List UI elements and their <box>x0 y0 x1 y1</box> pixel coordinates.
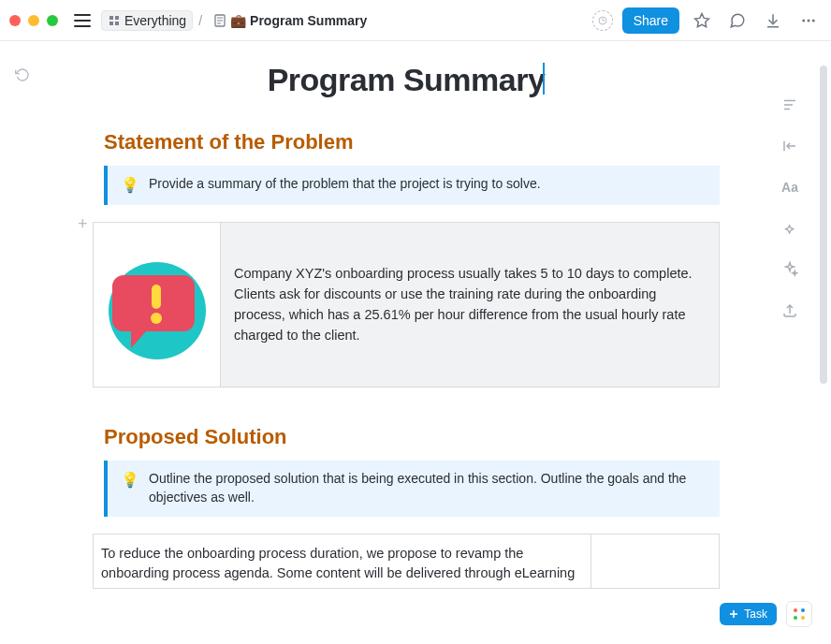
text-cursor <box>543 63 545 95</box>
breadcrumb-page[interactable]: 💼 Program Summary <box>208 11 372 30</box>
close-window-icon[interactable] <box>9 15 21 26</box>
top-bar: Everything / 💼 Program Summary Share <box>0 0 831 41</box>
svg-marker-11 <box>695 13 709 26</box>
page-icon <box>213 14 226 27</box>
svg-rect-2 <box>109 22 113 25</box>
svg-point-30 <box>794 616 797 620</box>
solution-body-text: To reduce the onboarding process duratio… <box>101 546 575 581</box>
solution-table[interactable]: To reduce the onboarding process duratio… <box>93 534 720 590</box>
document-scroll[interactable]: Program Summary Statement of the Problem… <box>0 41 812 644</box>
lightbulb-icon: 💡 <box>121 470 139 506</box>
svg-rect-0 <box>109 16 113 20</box>
section-heading-solution[interactable]: Proposed Solution <box>104 425 720 449</box>
document: Program Summary Statement of the Problem… <box>93 41 720 644</box>
menu-toggle-button[interactable] <box>71 9 94 32</box>
solution-callout-text: Outline the proposed solution that is be… <box>149 470 707 506</box>
problem-body-cell[interactable]: Company XYZ's onboarding process usually… <box>221 223 719 387</box>
share-button-label: Share <box>634 13 668 28</box>
minimize-window-icon[interactable] <box>28 15 39 26</box>
svg-rect-3 <box>115 22 119 25</box>
comments-button[interactable] <box>724 7 751 34</box>
apps-grid-icon <box>793 607 806 621</box>
breadcrumb-page-emoji: 💼 <box>230 13 246 28</box>
svg-point-14 <box>802 19 805 22</box>
grid-icon <box>108 14 121 27</box>
page-title-text: Program Summary <box>268 62 546 97</box>
download-button[interactable] <box>760 7 786 34</box>
svg-point-31 <box>801 616 805 620</box>
breadcrumb-root-label: Everything <box>124 13 186 28</box>
new-task-button[interactable]: Task <box>720 603 777 625</box>
breadcrumb-page-label: Program Summary <box>250 13 367 28</box>
favorite-button[interactable] <box>689 7 715 34</box>
problem-callout-text: Provide a summary of the problem that th… <box>149 175 541 196</box>
more-button[interactable] <box>795 7 822 34</box>
section-heading-problem[interactable]: Statement of the Problem <box>104 130 720 154</box>
svg-point-28 <box>794 608 797 612</box>
breadcrumb-separator: / <box>198 13 202 28</box>
svg-rect-1 <box>115 16 119 20</box>
scrollbar[interactable] <box>820 66 827 384</box>
problem-icon-cell <box>94 223 221 387</box>
page-title[interactable]: Program Summary <box>93 62 720 98</box>
solution-body-cell[interactable]: To reduce the onboarding process duratio… <box>94 534 591 589</box>
svg-point-15 <box>808 19 810 22</box>
apps-button[interactable] <box>786 601 812 627</box>
floating-actions: Task <box>720 601 812 627</box>
problem-callout[interactable]: 💡 Provide a summary of the problem that … <box>104 166 720 205</box>
svg-rect-24 <box>152 285 161 309</box>
breadcrumb: Everything / 💼 Program Summary <box>101 10 372 31</box>
reminder-icon[interactable] <box>592 10 613 31</box>
svg-point-29 <box>801 608 805 612</box>
lightbulb-icon: 💡 <box>121 175 139 196</box>
window-controls <box>9 15 58 26</box>
problem-body-text: Company XYZ's onboarding process usually… <box>234 266 692 342</box>
svg-point-25 <box>151 313 162 324</box>
plus-icon <box>729 609 738 619</box>
solution-empty-cell[interactable] <box>591 534 719 589</box>
top-actions: Share <box>592 7 822 34</box>
new-task-label: Task <box>744 607 767 621</box>
breadcrumb-root[interactable]: Everything <box>101 10 193 31</box>
exclamation-bubble-icon <box>101 249 213 361</box>
solution-callout[interactable]: 💡 Outline the proposed solution that is … <box>104 461 720 516</box>
share-button[interactable]: Share <box>622 7 679 34</box>
add-block-button[interactable]: + <box>78 214 88 234</box>
maximize-window-icon[interactable] <box>47 15 58 26</box>
problem-table[interactable]: Company XYZ's onboarding process usually… <box>93 222 720 388</box>
svg-point-16 <box>812 19 815 22</box>
